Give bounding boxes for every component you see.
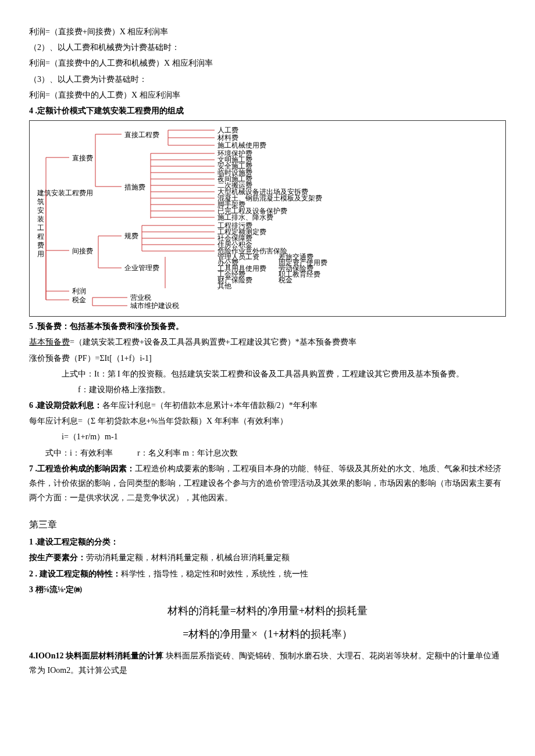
section-6: 6 .建设期贷款利息：各年应计利息=（年初借款本息累计+本年借款额/2）*年利率 — [29, 398, 506, 413]
svg-text:用: 用 — [37, 250, 44, 258]
branch-tax: 税金 — [72, 296, 86, 304]
svg-text:筑: 筑 — [37, 198, 44, 206]
leaf: 城市维护建设税 — [130, 302, 179, 310]
leaf: 施工排水、降水费 — [217, 213, 273, 221]
line: 利润=（直接费中的人工费）X 相应利润率 — [29, 88, 506, 102]
leaf: 其他 — [217, 282, 231, 290]
leaf: 人工费 — [217, 126, 238, 134]
diagram-root: 建筑安装工程费用 — [37, 189, 93, 197]
branch-profit: 利润 — [72, 287, 86, 295]
line: 每年应计利息=（Σ 年初贷款本息+%当年贷款额）X 年利率（有效利率） — [29, 414, 506, 428]
sub-regulation-fee: 规费 — [124, 232, 138, 240]
line: （2）、以人工费和机械费为计费基础时： — [29, 40, 506, 55]
line: 式中：i：有效利率 r：名义利率 m：年计息次数 — [29, 446, 506, 460]
section-5-title: 5 .预备费：包括基本预备费和涨价预备费。 — [29, 319, 506, 334]
line: 基本预备费=（建筑安装工程费+设备及工具器具购置费+工程建设其它费）*基本预备费… — [29, 335, 506, 349]
leaf: 税金 — [279, 276, 293, 284]
svg-text:装: 装 — [37, 215, 44, 223]
line: 利润=（直接费+间接费）X 相应利润率 — [29, 24, 506, 39]
line: f：建设期价格上涨指数。 — [29, 382, 506, 397]
text: 各年应计利息=（年初借款本息累计+本年借款额/2）*年利率 — [102, 401, 318, 410]
line: 涨价预备费（PF）=ΣIt[（1+f）i-1] — [29, 351, 506, 366]
leaf: 施工机械使用费 — [217, 141, 266, 149]
sub-measure-fee: 措施费 — [124, 183, 145, 191]
ch3-s2-title: 2 . 建设工程定额的特性： — [29, 569, 121, 578]
chapter-3-title: 第三章 — [29, 517, 506, 533]
leaf: 营业税 — [130, 293, 151, 302]
cost-structure-diagram: .t { font-family: SimSun, serif; font-si… — [29, 120, 506, 317]
sub-direct-eng-fee: 直接工程费 — [124, 131, 159, 139]
sub-enterprise-mgmt-fee: 企业管理费 — [124, 264, 159, 272]
branch-direct-fee: 直接费 — [72, 154, 93, 162]
text: 3 栩⅝流⅛·定㈱ — [29, 585, 82, 594]
text: 科学性，指导性，稳定性和时效性，系统性，统一性 — [121, 569, 308, 578]
section-7-title: 7 .工程造价构成的影响因素： — [29, 464, 135, 473]
ch3-s3-title: 3 栩⅝流⅛·定㈱ — [29, 582, 506, 597]
basic-reserve-label: 基本预备费 — [29, 338, 70, 346]
branch-indirect-fee: 间接费 — [72, 247, 93, 255]
ch3-s4-title: 4.IOOn12 块料面层材料消耗量的计算 — [29, 651, 163, 660]
ch3-s2: 2 . 建设工程定额的特性：科学性，指导性，稳定性和时效性，系统性，统一性 — [29, 567, 506, 581]
ch3-s1-title: 1 .建设工程定额的分类： — [29, 535, 506, 549]
ch3-s4: 4.IOOn12 块料面层材料消耗量的计算 块料面层系指瓷砖、陶瓷锦砖、预制水磨… — [29, 648, 506, 678]
line: 利润=（直接费中的人工费和机械费）X 相应利润率 — [29, 56, 506, 70]
label: 按生产要素分： — [29, 553, 86, 562]
diagram-svg: .t { font-family: SimSun, serif; font-si… — [34, 126, 500, 311]
text: 劳动消耗量定额，材料消耗量定额，机械台班消耗量定额 — [86, 553, 290, 562]
material-formula-2: =材料的净用量×（1+材料的损耗率） — [29, 625, 506, 643]
line: 上式中：It：第 I 年的投资额。包括建筑安装工程费和设备及工具器具购置费，工程… — [29, 367, 506, 381]
document-body: 利润=（直接费+间接费）X 相应利润率 （2）、以人工费和机械费为计费基础时： … — [29, 24, 506, 678]
line: 按生产要素分：劳动消耗量定额，材料消耗量定额，机械台班消耗量定额 — [29, 550, 506, 565]
section-4-title: 4 .定额计价模式下建筑安装工程费用的组成 — [29, 103, 506, 118]
line: （3）、以人工费为计费基础时： — [29, 72, 506, 87]
section-6-title: 6 .建设期贷款利息： — [29, 401, 102, 410]
svg-text:工: 工 — [37, 224, 44, 232]
material-formula-1: 材料的消耗量=材料的净用量+材料的损耗量 — [29, 601, 506, 620]
svg-text:程: 程 — [37, 232, 44, 241]
svg-text:费: 费 — [37, 241, 44, 249]
line: i=（1+r/m）m-1 — [29, 429, 506, 444]
text: =（建筑安装工程费+设备及工具器具购置费+工程建设其它费）*基本预备费费率 — [70, 338, 356, 346]
svg-text:安: 安 — [37, 206, 44, 214]
leaf: 材料费 — [217, 134, 238, 142]
section-7: 7 .工程造价构成的影响因素：工程造价构成要素的影响，工程项目本身的功能、特征、… — [29, 461, 506, 506]
